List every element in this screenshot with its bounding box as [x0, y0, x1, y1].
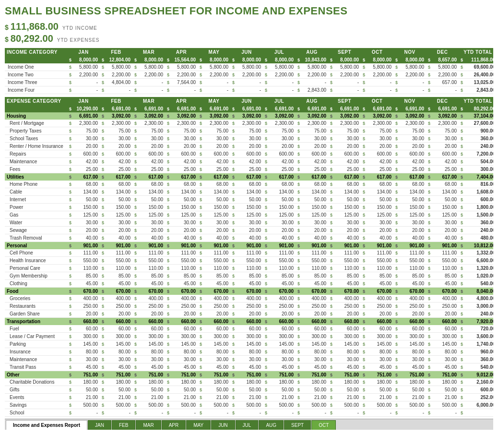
- income-data-row: Income Three$-$4,804.00$-$7,564.00$-$-$-…: [5, 79, 493, 86]
- income-header-row: INCOME CATEGORY JAN FEB MAR APR MAY JUN …: [5, 48, 493, 56]
- income-mar-header: MAR: [132, 48, 165, 56]
- expense-data-row: Events$21.00$21.00$21.00$21.00$21.00$21.…: [5, 394, 493, 401]
- expense-section-header: Utilities$617.00$617.00$617.00$617.00$61…: [5, 173, 493, 181]
- expense-data-row: Internet$50.00$50.00$50.00$50.00$50.00$5…: [5, 196, 493, 204]
- expense-data-row: Clothing$45.00$45.00$45.00$45.00$45.00$4…: [5, 280, 493, 288]
- income-jul-header: JUL: [263, 48, 296, 56]
- tab-jul[interactable]: JUL: [236, 420, 259, 430]
- expense-data-row: Renter / Home Insurance$20.00$20.00$20.0…: [5, 143, 493, 150]
- expense-data-row: Savings$500.00$500.00$500.00$500.00$500.…: [5, 401, 493, 409]
- expense-data-row: Gifts$50.00$50.00$50.00$50.00$50.00$50.0…: [5, 386, 493, 394]
- expense-data-row: Maintenance$42.00$42.00$42.00$42.00$42.0…: [5, 158, 493, 166]
- page-title: SMALL BUSINESS SPREADSHEET FOR INCOME AN…: [5, 5, 493, 17]
- income-may-header: MAY: [198, 48, 230, 56]
- expense-data-row: School$-$-$-$-$-$-$-$-$-$-$-$-$-: [5, 409, 493, 417]
- income-jan-header: JAN: [67, 48, 100, 56]
- expense-data-row: Groceries$400.00$400.00$400.00$400.00$40…: [5, 295, 493, 303]
- income-data-row: Income Two$2,200.00$2,200.00$2,200.00$2,…: [5, 71, 493, 79]
- income-oct-header: OCT: [361, 48, 393, 56]
- expense-data-row: Restaurants$250.00$250.00$250.00$250.00$…: [5, 303, 493, 310]
- expense-data-row: Parking$145.00$145.00$145.00$145.00$145.…: [5, 340, 493, 348]
- ytd-income-label: YTD INCOME: [62, 25, 97, 31]
- expense-data-row: Lease / Car Payment$300.00$300.00$300.00…: [5, 333, 493, 340]
- income-data-row: Income Four$-$-$-$-$-$-$-$2,843.00$-$-$-…: [5, 86, 493, 94]
- expense-header-row: EXPENSE CATEGORY JAN FEB MAR APR MAY JUN…: [5, 97, 493, 105]
- ds: $: [67, 56, 71, 63]
- expense-data-row: Trash Removal$40.00$40.00$40.00$40.00$40…: [5, 234, 493, 242]
- income-apr-header: APR: [165, 48, 198, 56]
- expense-section-header: Other$751.00$751.00$751.00$751.00$751.00…: [5, 371, 493, 379]
- expense-data-row: Property Taxes$75.00$75.00$75.00$75.00$7…: [5, 127, 493, 135]
- tab-sept[interactable]: SEPT: [284, 420, 311, 430]
- expense-data-row: Power$150.00$150.00$150.00$150.00$150.00…: [5, 204, 493, 211]
- ytd-income-amount: 111,868.00: [11, 21, 59, 32]
- ytd-expenses-dollar: $: [5, 36, 9, 43]
- tab-income-expenses[interactable]: Income and Expenses Report: [6, 420, 87, 430]
- income-jan-total: 8,000.00: [71, 56, 100, 63]
- expense-totals-row: $10,290.00 $6,691.00 $6,691.00 $6,691.00…: [5, 105, 493, 112]
- expense-data-row: Fees$25.00$25.00$25.00$25.00$25.00$25.00…: [5, 166, 493, 173]
- expense-data-row: Repairs$600.00$600.00$600.00$600.00$600.…: [5, 150, 493, 158]
- income-aug-header: AUG: [296, 48, 328, 56]
- income-totals-row: $8,000.00 $12,804.00 $8,000.00 $15,564.0…: [5, 56, 493, 63]
- tab-may[interactable]: MAY: [186, 420, 211, 430]
- tab-jun[interactable]: JUN: [211, 420, 235, 430]
- expense-data-row: Gym Membership$85.00$85.00$85.00$85.00$8…: [5, 272, 493, 280]
- expense-section-header: Housing$6,691.00$3,092.00$3,092.00$3,092…: [5, 112, 493, 120]
- expense-data-row: Insurance$80.00$80.00$80.00$80.00$80.00$…: [5, 348, 493, 356]
- expense-data-row: Personal Care$110.00$110.00$110.00$110.0…: [5, 265, 493, 272]
- exp-jan-header: JAN: [67, 97, 100, 105]
- tab-oct[interactable]: OCT: [311, 420, 336, 430]
- expense-data-row: Maintenance$30.00$30.00$30.00$30.00$30.0…: [5, 356, 493, 363]
- tab-bar: Income and Expenses Report JAN FEB MAR A…: [5, 419, 493, 430]
- expense-data-row: Transit Pass$45.00$45.00$45.00$45.00$45.…: [5, 363, 493, 371]
- income-category-header: INCOME CATEGORY: [5, 48, 67, 56]
- ytd-expenses-label: YTD EXPENSES: [57, 37, 100, 43]
- expense-section-header: Transportation$660.00$660.00$660.00$660.…: [5, 318, 493, 326]
- tab-apr[interactable]: APR: [162, 420, 186, 430]
- expense-category-header: EXPENSE CATEGORY: [5, 97, 67, 105]
- income-data-row: Income One$5,800.00$5,800.00$5,800.00$5,…: [5, 63, 493, 71]
- expense-section-header: Food$670.00$670.00$670.00$670.00$670.00$…: [5, 288, 493, 295]
- expense-data-row: Rent / Mortgage$2,300.00$2,300.00$2,300.…: [5, 120, 493, 127]
- income-totals-label: [5, 56, 67, 63]
- ytd-expenses-amount: 80,292.00: [11, 33, 53, 44]
- tab-feb[interactable]: FEB: [112, 420, 135, 430]
- expense-data-row: Cell Phone$111.00$111.00$111.00$111.00$1…: [5, 249, 493, 257]
- expense-data-row: Home Phone$68.00$68.00$68.00$68.00$68.00…: [5, 181, 493, 188]
- tab-aug[interactable]: AUG: [259, 420, 284, 430]
- expense-data-row: Water$30.00$30.00$30.00$30.00$30.00$30.0…: [5, 219, 493, 227]
- income-dec-header: DEC: [426, 48, 459, 56]
- ytd-income-dollar: $: [5, 24, 9, 31]
- expense-data-row: Health Insurance$550.00$550.00$550.00$55…: [5, 257, 493, 265]
- income-jun-header: JUN: [230, 48, 263, 56]
- tab-jan[interactable]: JAN: [88, 420, 111, 430]
- income-sept-header: SEPT: [328, 48, 361, 56]
- expense-data-row: Sewage$20.00$20.00$20.00$20.00$20.00$20.…: [5, 227, 493, 234]
- expense-data-row: Charitable Donations$180.00$180.00$180.0…: [5, 378, 493, 386]
- expense-data-row: Fuel$60.00$60.00$60.00$60.00$60.00$60.00…: [5, 325, 493, 333]
- expense-data-row: Garden Share$20.00$20.00$20.00$20.00$20.…: [5, 310, 493, 318]
- income-nov-header: NOV: [393, 48, 426, 56]
- expense-section-header: Personal$901.00$901.00$901.00$901.00$901…: [5, 242, 493, 250]
- tab-mar[interactable]: MAR: [136, 420, 161, 430]
- expense-data-row: Cable$134.00$134.00$134.00$134.00$134.00…: [5, 188, 493, 196]
- expense-data-row: Gas$125.00$125.00$125.00$125.00$125.00$1…: [5, 211, 493, 219]
- income-feb-header: FEB: [100, 48, 132, 56]
- income-ytd-header: YTD TOTAL: [459, 48, 493, 56]
- expense-data-row: School Taxes$30.00$30.00$30.00$30.00$30.…: [5, 135, 493, 143]
